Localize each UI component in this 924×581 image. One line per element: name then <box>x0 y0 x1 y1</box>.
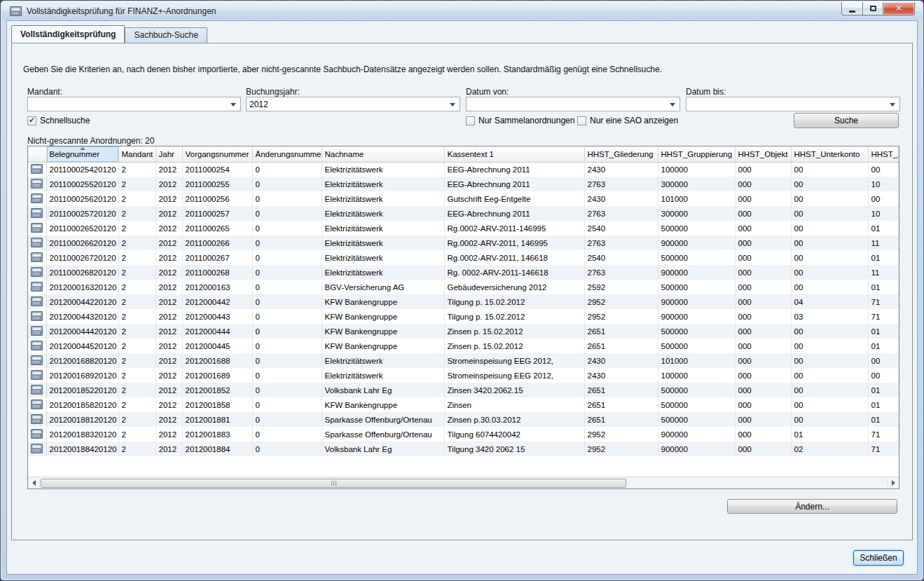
cell-hhst-objekt: 000 <box>735 221 791 235</box>
table-row[interactable]: 2011000254201202201220110002540Elektrizi… <box>28 162 899 177</box>
horizontal-scrollbar[interactable] <box>28 477 899 488</box>
cell-jahr: 2012 <box>156 206 182 221</box>
row-ledger-icon[interactable] <box>28 442 46 456</box>
suche-button[interactable]: Suche <box>794 113 899 128</box>
table-row[interactable]: 2012001881201202201220120018810Sparkasse… <box>28 412 899 427</box>
minimize-button[interactable] <box>841 2 862 15</box>
cell-hhst-gliederung: 2952 <box>584 294 658 309</box>
row-ledger-icon[interactable] <box>28 309 46 324</box>
column-header-mandant[interactable]: Mandant <box>118 146 156 162</box>
table-row[interactable]: 2012000442201202201220120004420KFW Banke… <box>28 294 899 309</box>
buchungsjahr-combobox[interactable]: 2012 <box>246 97 460 111</box>
row-ledger-icon[interactable] <box>28 294 46 309</box>
cell-hhst-art: 71 <box>868 294 899 309</box>
column-header-hhst-objekt[interactable]: HHST_Objekt <box>735 146 791 162</box>
row-ledger-icon[interactable] <box>28 339 46 353</box>
table-row[interactable]: 2012001852201202201220120018520Volksbank… <box>28 383 899 397</box>
cell-jahr: 2012 <box>156 294 182 309</box>
row-ledger-icon[interactable] <box>28 206 46 221</box>
row-ledger-icon[interactable] <box>28 397 46 412</box>
row-ledger-icon[interactable] <box>28 280 46 294</box>
cell-hhst-unterkonto: 00 <box>791 221 868 235</box>
scroll-right-button[interactable] <box>887 477 899 489</box>
datum-von-combobox[interactable] <box>466 97 680 111</box>
schliessen-button[interactable]: Schließen <box>853 550 904 566</box>
tab-sachbuch-suche[interactable]: Sachbuch-Suche <box>125 27 207 43</box>
cell-kassentext-1: Tilgung 6074420042 <box>444 427 584 442</box>
cell-belegnummer: 201100026520120 <box>46 221 118 235</box>
row-ledger-icon[interactable] <box>28 250 46 265</box>
table-row[interactable]: 2011000267201202201220110002670Elektrizi… <box>28 250 899 265</box>
row-ledger-icon[interactable] <box>28 412 46 427</box>
column-header--nderungsnummer[interactable]: Änderungsnummer <box>252 146 322 162</box>
cell-hhst-art: 01 <box>868 250 899 265</box>
tab-strip: Vollständigkeitsprüfung Sachbuch-Suche <box>11 25 207 43</box>
table-row[interactable]: 2011000265201202201220110002650Elektrizi… <box>28 221 899 235</box>
table-row[interactable]: 2011000255201202201220110002550Elektrizi… <box>28 177 899 191</box>
table-row[interactable]: 2012001688201202201220120016880Elektrizi… <box>28 353 899 368</box>
column-header-vorgangsnummer[interactable]: Vorgangsnummer <box>182 146 252 162</box>
table-row[interactable]: 2012000445201202201220120004450KFW Banke… <box>28 339 899 353</box>
row-ledger-icon[interactable] <box>28 265 46 280</box>
cell-jahr: 2012 <box>156 353 182 368</box>
row-ledger-icon[interactable] <box>28 324 46 339</box>
column-header-hhst-gliederung[interactable]: HHST_Gliederung <box>584 146 658 162</box>
cell-kassentext-1: Tilgung 3420 2062 15 <box>444 442 584 456</box>
table-row[interactable]: 2012001858201202201220120018580KFW Banke… <box>28 397 899 412</box>
cell-mandant: 2 <box>118 309 156 324</box>
table-row[interactable]: 2012000443201202201220120004430KFW Banke… <box>28 309 899 324</box>
table-row[interactable]: 2012001884201202201220120018840Volksbank… <box>28 442 899 456</box>
nur-sammelanordnungen-checkbox[interactable]: Nur Sammelanordnungen <box>466 116 574 125</box>
cell-mandant: 2 <box>118 412 156 427</box>
table-row[interactable]: 2011000268201202201220110002680Elektrizi… <box>28 265 899 280</box>
chevron-down-icon <box>450 103 455 107</box>
scroll-left-button[interactable] <box>28 477 40 489</box>
cell-hhst-unterkonto: 00 <box>791 191 868 206</box>
schnellsuche-checkbox[interactable]: Schnellsuche <box>27 116 90 125</box>
row-ledger-icon[interactable] <box>28 353 46 368</box>
table-row[interactable]: 2011000257201202201220110002570Elektrizi… <box>28 206 899 221</box>
column-header-icon[interactable] <box>28 146 46 162</box>
table-row[interactable]: 2012000163201202201220120001630BGV-Versi… <box>28 280 899 294</box>
datum-bis-combobox[interactable] <box>686 97 900 111</box>
datum-von-label: Datum von: <box>466 87 509 97</box>
column-header-hhst-art[interactable]: HHST_Art <box>868 146 899 162</box>
close-button[interactable]: ✕ <box>883 2 915 15</box>
nur-eine-sao-checkbox[interactable]: Nur eine SAO anzeigen <box>577 116 678 125</box>
scrollbar-thumb[interactable] <box>41 479 626 488</box>
cell-hhst-unterkonto: 00 <box>791 280 868 294</box>
column-header-hhst-gruppierung[interactable]: HHST_Gruppierung <box>658 146 735 162</box>
table-row[interactable]: 2012001883201202201220120018830Sparkasse… <box>28 427 899 442</box>
row-ledger-icon[interactable] <box>28 427 46 442</box>
cell-jahr: 2012 <box>156 265 182 280</box>
ledger-icon <box>31 340 43 350</box>
row-ledger-icon[interactable] <box>28 177 46 191</box>
aendern-button[interactable]: Ändern... <box>727 499 897 514</box>
column-header-kassentext-1[interactable]: Kassentext 1 <box>444 146 584 162</box>
column-header-hhst-unterkonto[interactable]: HHST_Unterkonto <box>791 146 868 162</box>
cell-nachname: KFW Bankengruppe <box>322 397 444 412</box>
cell-hhst-objekt: 000 <box>735 280 791 294</box>
row-ledger-icon[interactable] <box>28 191 46 206</box>
table-row[interactable]: 2011000256201202201220110002560Elektrizi… <box>28 191 899 206</box>
table-row[interactable]: 2012000444201202201220120004440KFW Banke… <box>28 324 899 339</box>
column-header-jahr[interactable]: Jahr <box>156 146 182 162</box>
titlebar[interactable]: Vollständigkeitsprüfung für FINANZ+-Anor… <box>1 1 923 20</box>
sort-ascending-icon <box>80 147 85 150</box>
row-ledger-icon[interactable] <box>28 235 46 250</box>
table-row[interactable]: 2012001689201202201220120016890Elektrizi… <box>28 368 899 383</box>
tab-vollstaendigkeitspruefung[interactable]: Vollständigkeitsprüfung <box>11 25 125 43</box>
row-ledger-icon[interactable] <box>28 162 46 177</box>
cell--nderungsnummer: 0 <box>252 280 322 294</box>
column-header-nachname[interactable]: Nachname <box>322 146 444 162</box>
table-row[interactable]: 2011000266201202201220110002660Elektrizi… <box>28 235 899 250</box>
cell-jahr: 2012 <box>156 221 182 235</box>
row-ledger-icon[interactable] <box>28 383 46 397</box>
checkbox-icon <box>577 116 586 125</box>
column-header-belegnummer[interactable]: Belegnummer <box>46 146 118 162</box>
mandant-combobox[interactable] <box>27 97 241 111</box>
row-ledger-icon[interactable] <box>28 221 46 235</box>
row-ledger-icon[interactable] <box>28 368 46 383</box>
cell-hhst-art: 01 <box>868 324 899 339</box>
maximize-button[interactable] <box>862 2 883 15</box>
